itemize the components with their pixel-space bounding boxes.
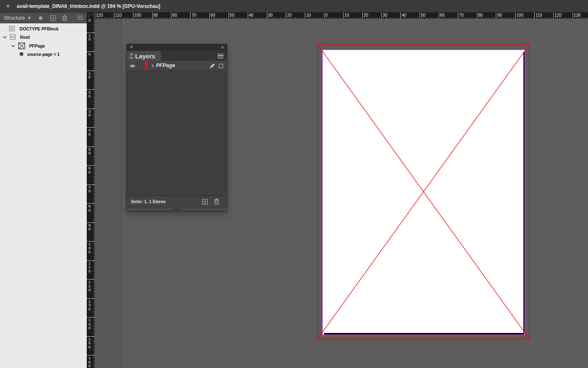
title-bar: ✕ avail-template_DINA6_trimbox.indd @ 19… xyxy=(0,0,588,13)
ruler-label: 50 xyxy=(421,13,425,18)
ruler-label: 30 xyxy=(268,13,273,18)
visibility-eye-icon[interactable] xyxy=(129,64,136,68)
ruler-label: 10 xyxy=(306,13,311,18)
layer-color-bar xyxy=(145,61,147,70)
ruler-tick xyxy=(87,260,95,261)
ruler-label: 50 xyxy=(230,13,234,18)
ruler-label: 9 0 xyxy=(88,223,90,231)
ruler-label: 110 xyxy=(535,13,542,18)
layers-panel-body xyxy=(127,71,227,196)
tree-item-doctype[interactable]: DOCTYPE PFBlock xyxy=(0,24,87,33)
ruler-tick xyxy=(534,13,535,19)
tree-item-root[interactable]: Root xyxy=(0,33,87,41)
layers-panel: ✕ « Layers PFPage xyxy=(126,44,227,212)
ruler-tick xyxy=(553,13,554,19)
resize-grip[interactable] xyxy=(172,208,181,210)
document-title: avail-template_DINA6_trimbox.indd @ 194 … xyxy=(17,3,160,9)
layers-tab-bar: Layers xyxy=(127,51,227,61)
ruler-label: 20 xyxy=(364,13,368,18)
ruler-label: 1 1 0 xyxy=(88,261,90,273)
ruler-label: 1 0 xyxy=(88,33,90,41)
add-element-icon[interactable] xyxy=(50,15,56,21)
ruler-tick xyxy=(95,13,95,19)
ruler-tick xyxy=(209,13,210,19)
ruler-tick xyxy=(87,33,95,33)
ruler-tick xyxy=(87,336,95,337)
ruler-tick xyxy=(267,13,267,19)
delete-layer-trash-icon[interactable] xyxy=(214,198,219,204)
ruler-label: 3 0 xyxy=(88,109,90,117)
pasteboard-outer-area xyxy=(95,19,123,368)
ruler-tick xyxy=(152,13,153,19)
ruler-tick xyxy=(400,13,401,19)
ruler-label: 120 xyxy=(555,13,562,18)
ruler-label: 2 0 xyxy=(88,90,90,98)
ruler-label: 10 xyxy=(344,13,349,18)
ruler-label: 100 xyxy=(516,13,523,18)
ruler-label: 1 0 xyxy=(88,71,90,79)
application-window: ✕ avail-template_DINA6_trimbox.indd @ 19… xyxy=(0,0,588,368)
layers-tab[interactable]: Layers xyxy=(127,51,161,61)
validate-lightning-icon[interactable] xyxy=(28,15,31,21)
ruler-label: 1 3 0 xyxy=(88,299,90,311)
ruler-label: 120 xyxy=(96,13,103,18)
ruler-tick xyxy=(286,13,286,19)
ruler-label: 60 xyxy=(211,13,215,18)
ruler-tick xyxy=(515,13,515,19)
panel-collapse-icon[interactable]: « xyxy=(221,44,224,50)
ruler-tick xyxy=(87,279,95,280)
ruler-tick xyxy=(133,13,133,19)
chevron-down-icon[interactable] xyxy=(11,44,15,48)
tree-item-pfpage[interactable]: PFPage xyxy=(0,41,87,50)
layer-row-pfpage[interactable]: PFPage xyxy=(127,61,227,71)
ruler-tick xyxy=(87,165,95,166)
empty-frame-placeholder[interactable] xyxy=(317,44,530,339)
new-layer-icon[interactable] xyxy=(202,199,208,204)
ruler-label: 100 xyxy=(134,13,141,18)
ruler-tick xyxy=(171,13,171,19)
ruler-label: 4 0 xyxy=(88,128,90,136)
ruler-tick xyxy=(87,89,95,90)
ruler-tick xyxy=(362,13,363,19)
panel-menu-icon[interactable] xyxy=(218,54,224,58)
panel-close-icon[interactable]: ✕ xyxy=(130,45,133,49)
chevron-down-icon[interactable] xyxy=(3,35,7,39)
vertical-ruler[interactable]: 2 01 001 02 03 04 05 06 07 08 09 01 0 01… xyxy=(87,19,95,368)
ruler-tick xyxy=(573,13,573,19)
ruler-tick xyxy=(87,241,95,242)
structure-panel-title: Structure xyxy=(4,15,25,21)
tree-item-source-page[interactable]: source-page = 1 xyxy=(0,50,87,58)
panel-resize-strip[interactable] xyxy=(127,207,227,211)
ruler-label: 1 0 0 xyxy=(88,242,90,254)
ruler-label: 90 xyxy=(153,13,158,18)
ruler-tick xyxy=(87,184,95,185)
ruler-tick xyxy=(496,13,496,19)
ruler-label: 60 xyxy=(440,13,445,18)
ruler-label: 6 0 xyxy=(88,166,90,174)
ruler-label: 8 0 xyxy=(88,204,90,212)
tree-item-label: Root xyxy=(20,35,30,40)
ruler-tick xyxy=(87,127,95,128)
ruler-corner[interactable] xyxy=(87,13,95,19)
layer-name[interactable]: PFPage xyxy=(156,63,175,68)
ruler-label: 1 5 0 xyxy=(88,337,90,349)
ruler-label: 1 2 0 xyxy=(88,280,90,292)
ruler-tick xyxy=(87,298,95,299)
ruler-label: 70 xyxy=(459,13,464,18)
record-circle-icon[interactable] xyxy=(39,16,43,20)
ruler-label: 130 xyxy=(574,13,581,18)
document-close-icon[interactable]: ✕ xyxy=(6,3,10,9)
ruler-tick xyxy=(324,13,324,19)
expand-chevron-icon[interactable] xyxy=(151,64,154,68)
ruler-tick xyxy=(114,13,114,19)
horizontal-ruler[interactable]: 1201101009080706050403020100102030405060… xyxy=(95,13,588,19)
target-square-icon[interactable] xyxy=(219,64,223,68)
layers-tab-label: Layers xyxy=(135,53,155,60)
layers-panel-titlebar[interactable]: ✕ « xyxy=(127,44,227,51)
panel-menu-icon[interactable] xyxy=(77,16,83,20)
pen-edit-icon[interactable] xyxy=(209,63,215,69)
ruler-label: 40 xyxy=(249,13,254,18)
ruler-tick xyxy=(87,146,95,147)
delete-trash-icon[interactable] xyxy=(62,15,67,21)
tree-item-label: source-page = 1 xyxy=(27,52,60,57)
